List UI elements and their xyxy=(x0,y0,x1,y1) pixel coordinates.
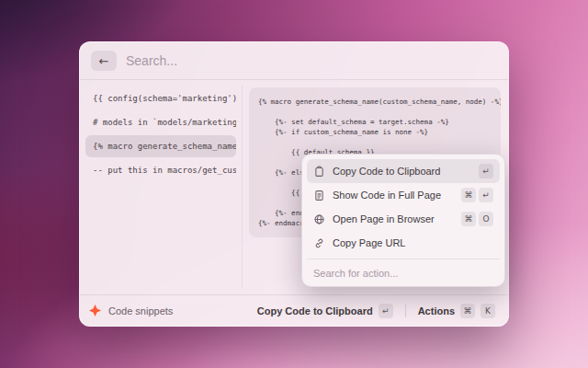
globe-icon xyxy=(313,213,325,225)
snippet-item-label: {% macro generate_schema_name(c… xyxy=(93,142,236,151)
snippet-item-config-schema[interactable]: {{ config(schema='marketing') }} sel… xyxy=(85,87,236,109)
snippet-item-generate-schema-name[interactable]: {% macro generate_schema_name(c… xyxy=(85,135,236,157)
menu-item-show-full-page[interactable]: Show Code in Full Page ⌘↵ xyxy=(307,183,500,207)
enter-keycap: ↵ xyxy=(379,304,393,318)
menu-item-label: Open Page in Browser xyxy=(333,213,454,224)
menu-item-label: Copy Page URL xyxy=(333,237,486,248)
footer-app: Code snippets xyxy=(89,305,173,316)
search-input[interactable] xyxy=(126,53,497,68)
menu-item-copy-url[interactable]: Copy Page URL xyxy=(307,231,500,255)
back-arrow-icon: ← xyxy=(99,54,109,68)
footer-bar: Code snippets Copy Code to Clipboard ↵ A… xyxy=(80,294,508,326)
actions-button-label: Actions xyxy=(418,305,455,316)
action-search-row xyxy=(307,259,500,286)
search-header: ← xyxy=(80,42,508,79)
cmd-keycap: ⌘ xyxy=(460,304,475,318)
desktop-wallpaper: ← {{ config(schema='marketing') }} sel… … xyxy=(0,0,588,368)
primary-action-label: Copy Code to Clipboard xyxy=(257,305,373,316)
actions-button[interactable]: Actions ⌘ K xyxy=(414,301,499,321)
snippet-item-models-note[interactable]: # models in `models/marketing/ will… xyxy=(85,111,236,133)
menu-item-copy-code[interactable]: Copy Code to Clipboard ↵ xyxy=(307,159,500,183)
menu-item-label: Show Code in Full Page xyxy=(333,190,454,201)
document-icon xyxy=(313,190,325,201)
actions-menu: Copy Code to Clipboard ↵ Show Code in Fu… xyxy=(301,154,505,287)
snippet-item-macros-note[interactable]: -- put this in macros/get_custom_sc… xyxy=(85,159,236,181)
footer-separator xyxy=(405,305,406,317)
menu-item-shortcut: ⌘↵ xyxy=(461,188,493,202)
menu-item-shortcut: ↵ xyxy=(479,164,493,178)
footer-actions: Copy Code to Clipboard ↵ Actions ⌘ K xyxy=(254,301,499,321)
action-search-input[interactable] xyxy=(313,268,493,279)
dbt-logo-icon xyxy=(89,305,101,316)
menu-item-open-browser[interactable]: Open Page in Browser ⌘O xyxy=(307,207,500,231)
menu-item-shortcut: ⌘O xyxy=(461,212,493,226)
snippet-item-label: {{ config(schema='marketing') }} sel… xyxy=(93,94,236,103)
snippet-item-label: # models in `models/marketing/ will… xyxy=(93,118,236,127)
menu-item-label: Copy Code to Clipboard xyxy=(333,166,471,177)
k-keycap: K xyxy=(481,304,495,318)
footer-app-label: Code snippets xyxy=(108,305,173,316)
primary-action-button[interactable]: Copy Code to Clipboard ↵ xyxy=(254,301,397,321)
back-button[interactable]: ← xyxy=(91,51,117,71)
link-icon xyxy=(313,237,325,249)
snippet-list: {{ config(schema='marketing') }} sel… # … xyxy=(80,80,242,294)
snippet-item-label: -- put this in macros/get_custom_sc… xyxy=(93,166,236,175)
clipboard-icon xyxy=(313,166,325,178)
launcher-window: ← {{ config(schema='marketing') }} sel… … xyxy=(79,41,509,327)
